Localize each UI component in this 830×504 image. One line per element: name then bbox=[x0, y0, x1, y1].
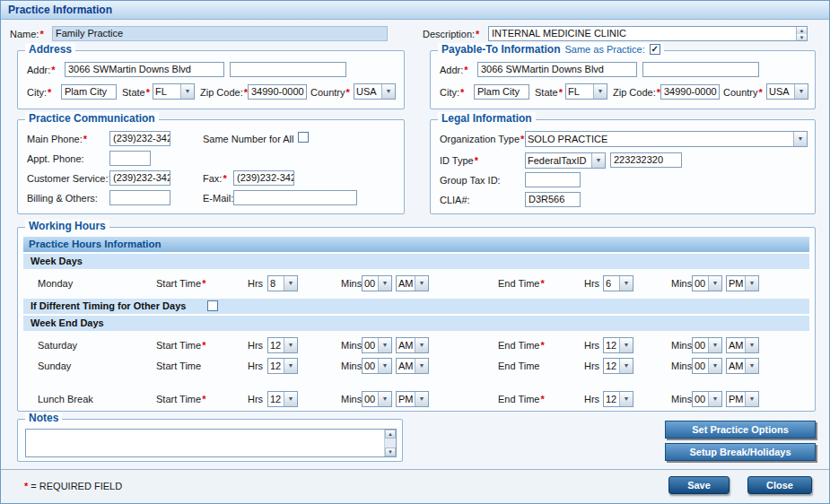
required-marker: * bbox=[559, 87, 563, 98]
same-number-checkbox[interactable] bbox=[298, 132, 309, 143]
main-phone-label: Main Phone:* bbox=[27, 134, 87, 144]
close-button[interactable]: Close bbox=[747, 476, 812, 494]
payable-addr-line2-input[interactable] bbox=[642, 62, 759, 77]
country-label: Country* bbox=[723, 87, 763, 98]
end-ampm-select[interactable]: AM▼ bbox=[726, 358, 759, 374]
chevron-down-icon: ▼ bbox=[619, 276, 633, 291]
end-hrs-select[interactable]: 12▼ bbox=[603, 337, 633, 353]
appt-phone-input[interactable] bbox=[109, 151, 151, 166]
required-marker: * bbox=[146, 87, 150, 98]
chevron-down-icon: ▼ bbox=[180, 84, 194, 99]
notes-legend: Notes bbox=[25, 412, 62, 424]
spin-down-icon[interactable]: ▼ bbox=[797, 34, 807, 41]
main-phone-input[interactable]: (239)232-3423 bbox=[109, 131, 170, 146]
chevron-down-icon: ▼ bbox=[378, 276, 391, 291]
hrs-label: Hrs bbox=[584, 278, 599, 289]
same-as-practice-checkbox[interactable] bbox=[650, 44, 660, 55]
email-label: E-Mail: bbox=[203, 193, 233, 204]
addr-line2-input[interactable] bbox=[230, 62, 346, 77]
payable-country-select[interactable]: USA▼ bbox=[766, 83, 808, 100]
end-mins-select[interactable]: 00▼ bbox=[692, 275, 722, 291]
email-input[interactable] bbox=[233, 190, 357, 205]
group-tax-id-input[interactable] bbox=[525, 172, 581, 187]
end-mins-select[interactable]: 00▼ bbox=[692, 337, 722, 353]
save-button[interactable]: Save bbox=[668, 476, 730, 494]
end-time-label: End Time* bbox=[498, 340, 545, 351]
fax-input[interactable]: (239)232-3426 bbox=[233, 170, 294, 186]
organization-type-select[interactable]: SOLO PRACTICE▼ bbox=[525, 131, 808, 147]
chevron-down-icon: ▼ bbox=[378, 359, 391, 373]
end-hrs-select[interactable]: 6▼ bbox=[603, 275, 633, 291]
mins-label: Mins bbox=[671, 340, 692, 351]
start-ampm-select[interactable]: AM▼ bbox=[396, 337, 429, 353]
chevron-down-icon: ▼ bbox=[619, 392, 633, 406]
notes-scrollbar[interactable]: ▲ ▼ bbox=[384, 430, 396, 456]
id-type-select[interactable]: FederalTaxID▼ bbox=[525, 152, 606, 169]
city-label: City:* bbox=[27, 87, 51, 98]
start-hrs-select[interactable]: 12▼ bbox=[267, 337, 298, 353]
start-ampm-select[interactable]: AM▼ bbox=[396, 358, 429, 374]
payable-addr-line1-input[interactable]: 3066 SWMartin Downs Blvd bbox=[477, 62, 637, 77]
start-hrs-select[interactable]: 12▼ bbox=[267, 391, 298, 407]
start-mins-select[interactable]: 00▼ bbox=[362, 337, 392, 353]
name-input[interactable]: Family Practice bbox=[52, 26, 388, 41]
required-marker: * bbox=[202, 278, 205, 289]
day-label: Monday bbox=[38, 278, 73, 289]
required-marker: * bbox=[475, 155, 478, 166]
country-label: Country* bbox=[310, 87, 350, 98]
scroll-down-icon[interactable]: ▼ bbox=[385, 448, 396, 456]
payable-state-select[interactable]: FL▼ bbox=[565, 83, 607, 100]
city-input[interactable]: Plam City bbox=[61, 84, 117, 100]
spin-up-icon[interactable]: ▲ bbox=[797, 27, 807, 34]
required-marker: * bbox=[223, 173, 226, 184]
id-number-input[interactable]: 223232320 bbox=[610, 152, 682, 168]
clia-input[interactable]: D3R566 bbox=[525, 192, 581, 207]
payable-zip-input[interactable]: 34990-0000 bbox=[660, 84, 720, 100]
required-marker: * bbox=[460, 87, 464, 98]
billing-input[interactable] bbox=[109, 190, 170, 205]
day-label: Lunch Break bbox=[38, 394, 93, 404]
chevron-down-icon: ▼ bbox=[415, 338, 428, 352]
different-timing-checkbox[interactable] bbox=[207, 300, 218, 311]
chevron-down-icon: ▼ bbox=[284, 338, 297, 352]
mins-label: Mins bbox=[341, 278, 362, 289]
zip-label: Zip Code:* bbox=[613, 87, 660, 98]
end-ampm-select[interactable]: PM▼ bbox=[726, 275, 759, 291]
setup-break-holidays-button[interactable]: Setup Break/Holidays bbox=[665, 443, 816, 461]
start-ampm-select[interactable]: PM▼ bbox=[396, 391, 429, 407]
required-marker: * bbox=[83, 134, 87, 144]
required-marker: * bbox=[540, 394, 544, 404]
description-spinner[interactable]: ▲▼ bbox=[796, 27, 807, 40]
chevron-down-icon: ▼ bbox=[708, 359, 721, 373]
start-hrs-select[interactable]: 12▼ bbox=[267, 358, 298, 374]
start-mins-select[interactable]: 00▼ bbox=[362, 275, 392, 291]
country-select[interactable]: USA▼ bbox=[354, 83, 396, 100]
billing-label: Billing & Others: bbox=[27, 193, 98, 204]
end-time-label: End Time* bbox=[498, 278, 545, 289]
chevron-down-icon: ▼ bbox=[593, 84, 607, 99]
end-hrs-select[interactable]: 12▼ bbox=[603, 358, 633, 374]
required-marker: * bbox=[39, 29, 43, 39]
end-mins-select[interactable]: 00▼ bbox=[692, 358, 722, 374]
payable-city-input[interactable]: Plam City bbox=[474, 84, 529, 100]
state-select[interactable]: FL▼ bbox=[153, 83, 195, 100]
start-hrs-select[interactable]: 8▼ bbox=[267, 275, 298, 291]
start-ampm-select[interactable]: AM▼ bbox=[396, 275, 429, 291]
addr-line1-input[interactable]: 3066 SWMartin Downs Blvd bbox=[65, 62, 224, 77]
scroll-up-icon[interactable]: ▲ bbox=[385, 430, 396, 439]
mins-label: Mins bbox=[671, 361, 692, 371]
customer-service-input[interactable]: (239)232-3423 bbox=[109, 170, 170, 186]
start-mins-select[interactable]: 00▼ bbox=[362, 358, 392, 374]
end-hrs-select[interactable]: 12▼ bbox=[603, 391, 633, 407]
customer-service-label: Customer Service:* bbox=[27, 173, 113, 184]
description-input[interactable]: INTERNAL MEDICINE CLINIC ▲▼ bbox=[488, 26, 808, 41]
zip-input[interactable]: 34990-0000 bbox=[248, 84, 307, 100]
set-practice-options-button[interactable]: Set Practice Options bbox=[665, 421, 816, 439]
end-mins-select[interactable]: 00▼ bbox=[692, 391, 722, 407]
mins-label: Mins bbox=[341, 340, 362, 351]
start-mins-select[interactable]: 00▼ bbox=[362, 391, 392, 407]
addr-label: Addr:* bbox=[440, 65, 468, 75]
notes-textarea[interactable]: ▲ ▼ bbox=[25, 429, 397, 457]
end-ampm-select[interactable]: AM▼ bbox=[726, 337, 759, 353]
end-ampm-select[interactable]: PM▼ bbox=[726, 391, 759, 407]
